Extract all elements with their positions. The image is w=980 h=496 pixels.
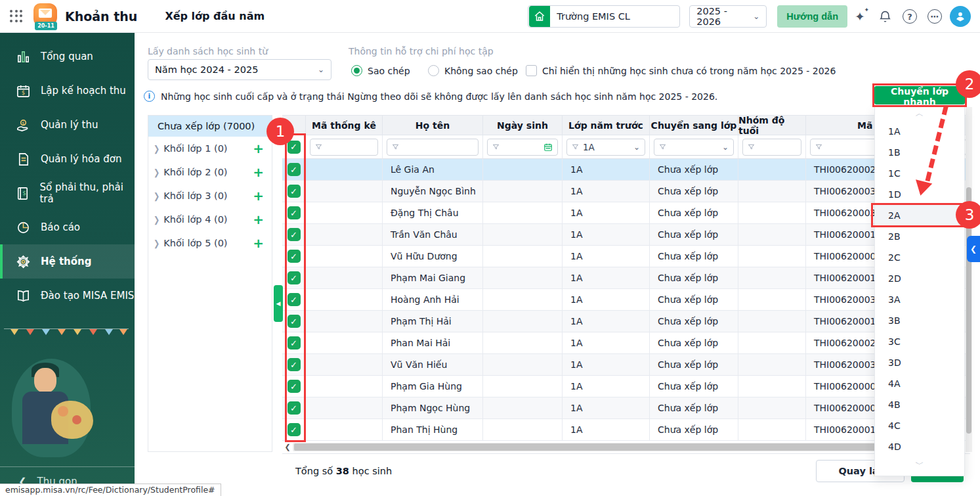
funnel-icon (815, 143, 822, 150)
scroll-down-icon[interactable]: ﹀ (875, 457, 964, 472)
col-chuyen-sang-lop[interactable]: Chuyển sang lớp (650, 115, 738, 135)
row-checkbox[interactable]: ✓ (288, 315, 301, 328)
add-class-icon[interactable]: + (253, 213, 264, 226)
sidebar-item-lap-ke-hoach-thu[interactable]: $Lập kế hoạch thu (0, 74, 135, 108)
notifications-button[interactable] (872, 4, 897, 29)
ai-assistant-button[interactable]: ✦✦ (847, 4, 872, 29)
table-row[interactable]: ✓Lê Gia An1AChưa xếp lớpTHI006200025 (282, 159, 970, 181)
tree-item-khoi-lop-5[interactable]: ❯Khối lớp 5 (0)+ (148, 231, 272, 255)
table-row[interactable]: ✓Trần Văn Châu1AChưa xếp lớpTHI006200017 (282, 224, 970, 246)
dropdown-option-2b[interactable]: 2B (875, 226, 964, 247)
hscroll-thumb[interactable] (294, 443, 948, 451)
help-button[interactable]: ? (897, 4, 922, 29)
table-row[interactable]: ✓Hoàng Anh Hải1AChưa xếp lớpTHI006200038 (282, 289, 970, 311)
sidebar-item-dao-tao-misa-emis[interactable]: Đào tạo MISA EMIS (0, 279, 135, 313)
row-checkbox[interactable]: ✓ (288, 423, 301, 436)
table-row[interactable]: ✓Phạm Mai Giang1AChưa xếp lớpTHI00620001… (282, 267, 970, 289)
panel-expand-button[interactable]: ❮ (967, 236, 980, 262)
table-row[interactable]: ✓Phạm Ngọc Hùng1AChưa xếp lớpTHI00620000… (282, 397, 970, 419)
add-class-icon[interactable]: + (253, 237, 264, 250)
more-button[interactable]: ⋯ (922, 4, 947, 29)
scroll-up-icon[interactable]: ︿ (875, 106, 964, 121)
row-checkbox[interactable]: ✓ (288, 206, 301, 219)
row-checkbox[interactable]: ✓ (288, 293, 301, 306)
row-checkbox[interactable]: ✓ (288, 358, 301, 371)
sidebar-item-quan-ly-thu[interactable]: $Quản lý thu (0, 108, 135, 142)
filter-chuyen-sang-lop-select[interactable]: ⌄ (654, 139, 734, 156)
row-checkbox[interactable]: ✓ (288, 401, 301, 415)
dropdown-option-3c[interactable]: 3C (875, 331, 964, 352)
table-row[interactable]: ✓Phan Mai Hải1AChưa xếp lớpTHI006200027 (282, 332, 970, 354)
table-row[interactable]: ✓Đặng Thị Châu1AChưa xếp lớpTHI006200030 (282, 202, 970, 224)
filter-ma-thong-ke[interactable] (310, 139, 378, 156)
scroll-left-icon[interactable]: ❮ (282, 441, 293, 452)
dropdown-option-1a[interactable]: 1A (875, 121, 964, 142)
dropdown-option-1b[interactable]: 1B (875, 142, 964, 163)
row-checkbox[interactable]: ✓ (288, 250, 301, 263)
row-checkbox[interactable]: ✓ (288, 228, 301, 241)
tree-item-unassigned[interactable]: Chưa xếp lớp (7000) (148, 116, 272, 137)
select-all-checkbox[interactable]: ✓ (288, 141, 301, 154)
filter-lop-nam-truoc-select[interactable]: 1A⌄ (566, 139, 645, 156)
dropdown-option-3b[interactable]: 3B (875, 310, 964, 331)
add-class-icon[interactable]: + (253, 166, 264, 179)
row-checkbox[interactable]: ✓ (288, 380, 301, 393)
row-checkbox[interactable]: ✓ (288, 185, 301, 198)
cell-new-class: Chưa xếp lớp (650, 181, 738, 202)
dropdown-option-2a[interactable]: 2A (875, 205, 964, 226)
radio-copy[interactable]: Sao chép (351, 65, 410, 76)
filter-nhom-do-tuoi[interactable] (742, 139, 801, 156)
school-year-select[interactable]: 2025 - 2026 ⌄ (689, 5, 767, 28)
source-year-select[interactable]: Năm học 2024 - 2025 ⌄ (148, 59, 331, 80)
user-avatar[interactable] (950, 6, 971, 27)
radio-no-copy[interactable]: Không sao chép (428, 65, 518, 76)
row-checkbox[interactable]: ✓ (288, 163, 301, 176)
table-row[interactable]: ✓Nguyễn Ngọc Bình1AChưa xếp lớpTHI006200… (282, 181, 970, 202)
dropdown-option-4c[interactable]: 4C (875, 415, 964, 436)
guide-button[interactable]: Hướng dẫn (777, 5, 847, 28)
table-row[interactable]: ✓Vũ Văn Hiếu1AChưa xếp lớpTHI006200037 (282, 354, 970, 376)
cell: ✓ (282, 311, 306, 332)
dropdown-option-4a[interactable]: 4A (875, 373, 964, 394)
col-nhom-do-tuoi[interactable]: Nhóm độ tuổi (738, 115, 806, 135)
support-label: Thông tin hỗ trợ chi phí học tập (349, 46, 494, 56)
col-lop-nam-truoc[interactable]: Lớp năm trước (563, 115, 650, 135)
filter-ngay-sinh[interactable] (487, 139, 558, 156)
school-selector[interactable]: Trường EMIS CL (528, 5, 680, 28)
app-grid-icon[interactable] (10, 10, 23, 23)
add-class-icon[interactable]: + (253, 142, 264, 155)
row-checkbox[interactable]: ✓ (288, 336, 301, 349)
col-ngay-sinh[interactable]: Ngày sinh (483, 115, 563, 135)
dropdown-option-2d[interactable]: 2D (875, 268, 964, 289)
only-new-students-checkbox[interactable]: Chỉ hiển thị những học sinh chưa có tron… (526, 65, 836, 76)
sidebar-item-quan-ly-hoa-don[interactable]: Quản lý hóa đơn (0, 142, 135, 176)
table-row[interactable]: ✓Phạm Gia Hùng1AChưa xếp lớpTHI006200004 (282, 376, 970, 397)
col-ho-ten[interactable]: Họ tên (383, 115, 483, 135)
table-row[interactable]: ✓Phan Thị Hùng1AChưa xếp lớpTHI006200012 (282, 419, 970, 441)
sidebar-item-bao-cao[interactable]: Báo cáo (0, 210, 135, 244)
sidebar-item-so-phai-thu-phai-tra[interactable]: $Sổ phải thu, phải trả (0, 176, 135, 210)
dropdown-option-1c[interactable]: 1C (875, 163, 964, 184)
row-checkbox[interactable]: ✓ (288, 271, 301, 284)
dropdown-option-1d[interactable]: 1D (875, 184, 964, 205)
col-ma-thong-ke[interactable]: Mã thống kê (306, 115, 383, 135)
table-row[interactable]: ✓Phạm Thị Hải1AChưa xếp lớpTHI006200016 (282, 311, 970, 332)
tree-item-khoi-lop-2[interactable]: ❯Khối lớp 2 (0)+ (148, 160, 272, 184)
dropdown-option-4b[interactable]: 4B (875, 394, 964, 415)
filter-ho-ten[interactable] (387, 139, 479, 156)
dropdown-option-2c[interactable]: 2C (875, 247, 964, 268)
table-row[interactable]: ✓Vũ Hữu Dương1AChưa xếp lớpTHI006200001 (282, 246, 970, 267)
sidebar-item-he-thong[interactable]: Hệ thống (0, 244, 135, 279)
dropdown-option-3a[interactable]: 3A (875, 289, 964, 310)
tree-item-khoi-lop-4[interactable]: ❯Khối lớp 4 (0)+ (148, 208, 272, 231)
dropdown-option-3d[interactable]: 3D (875, 352, 964, 373)
vscroll-thumb[interactable] (966, 187, 971, 434)
quick-assign-button[interactable]: Chuyển lớp nhanh (874, 86, 965, 104)
tree-collapse-handle[interactable]: ◀ (274, 285, 283, 322)
cell (738, 332, 806, 354)
tree-item-khoi-lop-3[interactable]: ❯Khối lớp 3 (0)+ (148, 184, 272, 208)
add-class-icon[interactable]: + (253, 189, 264, 202)
dropdown-option-4d[interactable]: 4D (875, 436, 964, 457)
sidebar-item-tong-quan[interactable]: Tổng quan (0, 39, 135, 74)
tree-item-khoi-lop-1[interactable]: ❯Khối lớp 1 (0)+ (148, 137, 272, 160)
